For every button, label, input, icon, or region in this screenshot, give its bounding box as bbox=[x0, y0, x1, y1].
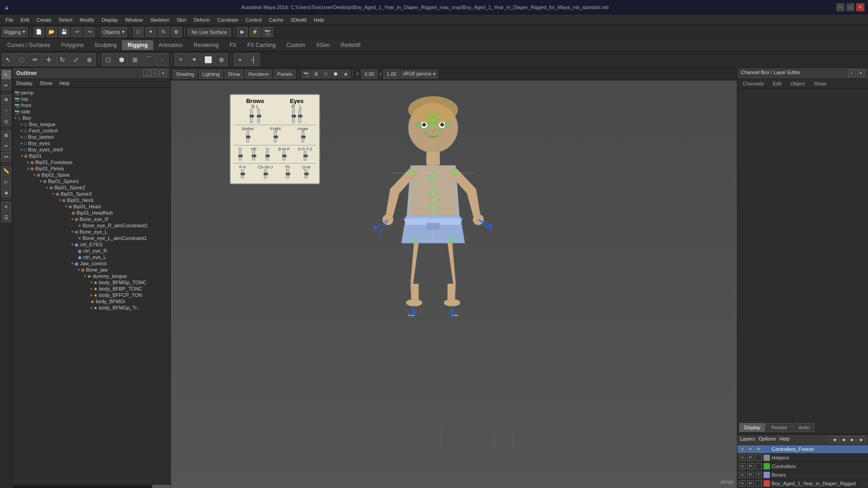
measure-icon[interactable]: 📏 bbox=[1, 166, 11, 176]
layer-v-check-2[interactable]: V bbox=[739, 455, 745, 461]
layer-tab-layers[interactable]: Layers bbox=[740, 436, 755, 443]
layer-tab-options[interactable]: Options bbox=[759, 436, 776, 443]
mode-dropdown[interactable]: Rigging ▾ bbox=[2, 27, 28, 37]
outliner-restore-btn[interactable]: □ bbox=[151, 70, 159, 77]
brows-sliders[interactable] bbox=[246, 109, 264, 123]
render-btn[interactable]: ▶ bbox=[237, 27, 248, 37]
menu-control[interactable]: Control bbox=[242, 16, 265, 23]
layer-nav-buttons[interactable]: ◀ ◀ ▶ ▶ bbox=[830, 436, 865, 443]
fright-slider[interactable] bbox=[274, 131, 277, 142]
vp-solid-btn[interactable]: ⬢ bbox=[331, 70, 340, 78]
menu-window[interactable]: Window bbox=[122, 16, 146, 23]
layer-row-controllers-freeze[interactable]: V P R Controllers_Freeze bbox=[737, 445, 868, 454]
vp-grid-btn[interactable]: ⊞ bbox=[311, 70, 321, 78]
tab-anim[interactable]: Anim bbox=[793, 423, 815, 432]
tab-render[interactable]: Render bbox=[766, 423, 793, 432]
channel-box-float-btn[interactable]: ⤢ bbox=[848, 70, 855, 77]
tab-fx-caching[interactable]: FX Caching bbox=[242, 40, 281, 50]
outliner-close-btn[interactable]: ✕ bbox=[160, 70, 167, 77]
tree-item-face-control[interactable]: ▸ ◇ Face_control bbox=[13, 127, 170, 134]
ik-icon[interactable]: ⚭ bbox=[188, 53, 201, 66]
connect-icon[interactable]: ⚯ bbox=[1, 152, 11, 162]
vp-panels-btn[interactable]: Panels bbox=[274, 70, 296, 79]
minimize-button[interactable]: ─ bbox=[836, 3, 844, 11]
save-file-btn[interactable]: 💾 bbox=[59, 27, 70, 37]
brows-l-slider[interactable] bbox=[257, 109, 260, 123]
exposure-input[interactable] bbox=[361, 70, 377, 79]
close-button[interactable]: ✕ bbox=[856, 3, 864, 11]
layer-r-check-4[interactable]: T bbox=[755, 472, 762, 478]
menu-file[interactable]: File bbox=[2, 16, 17, 23]
tree-item-bone-eye-l[interactable]: ▾ ⊕ Bone_eye_L bbox=[13, 229, 170, 235]
layer-r-check-3[interactable] bbox=[755, 463, 762, 469]
vp-renderer-btn[interactable]: Renderer bbox=[245, 70, 272, 79]
layer-p-check-5[interactable]: P bbox=[747, 480, 754, 487]
tree-item-ctrl-eyes[interactable]: ▾ ◉ ctrl_EYES bbox=[13, 241, 170, 248]
gamma-input[interactable] bbox=[383, 70, 400, 79]
vp-lighting-btn[interactable]: Lighting bbox=[199, 70, 223, 79]
attribute-editor-icon[interactable]: ☰ bbox=[1, 212, 11, 222]
layer-prev2-btn[interactable]: ◀ bbox=[839, 436, 847, 443]
render-icon[interactable]: ▷ bbox=[1, 177, 11, 187]
outliner-minimize-btn[interactable]: _ bbox=[143, 70, 151, 77]
layer-p-check-4[interactable]: P bbox=[747, 472, 754, 478]
viewport-canvas[interactable]: Brows R L Eyes R bbox=[171, 80, 737, 488]
paint-select-icon[interactable]: ✏ bbox=[29, 53, 42, 66]
quad-draw-icon[interactable]: ⊞ bbox=[1, 130, 11, 140]
layer-v-check-1[interactable]: V bbox=[739, 446, 745, 452]
tree-item-boy[interactable]: ▾ ◇ Boy bbox=[13, 115, 170, 121]
tree-item-dummy-tongue[interactable]: ▾ ★ dummy_tongue bbox=[13, 273, 170, 279]
phoneme-o-slider[interactable] bbox=[239, 151, 241, 160]
tree-item-bip01-spine2[interactable]: ▾ ⊕ Bip01_Spine2 bbox=[13, 184, 170, 191]
universal-icon[interactable]: ⊕ bbox=[83, 53, 96, 66]
redo-btn[interactable]: ↪ bbox=[84, 27, 95, 37]
layer-p-check-1[interactable]: P bbox=[747, 446, 754, 452]
layer-r-check-2[interactable] bbox=[755, 455, 762, 461]
tab-edit[interactable]: Edit bbox=[769, 80, 785, 87]
tab-show[interactable]: Show bbox=[810, 80, 830, 87]
layer-r-check-1[interactable]: R bbox=[755, 446, 762, 452]
tree-item-body-bfmgp-tonc[interactable]: ▾ ★ body_BFMGp_TONC bbox=[13, 279, 170, 286]
layer-tab-help[interactable]: Help bbox=[779, 436, 790, 443]
vp-show-btn[interactable]: Show bbox=[225, 70, 244, 79]
hypershade-icon[interactable]: ◈ bbox=[1, 188, 11, 197]
tree-item-boy-lashes[interactable]: ▸ □ Boy_lashes bbox=[13, 134, 170, 140]
phoneme-fv-slider[interactable] bbox=[241, 169, 244, 178]
tree-item-bone-eye-r[interactable]: ▾ ⊕ Bone_eye_R bbox=[13, 216, 170, 222]
tree-item-bip01-spine[interactable]: ▾ ⊕ Bip01_Spine bbox=[13, 172, 170, 178]
ipr-btn[interactable]: ⚡ bbox=[250, 27, 260, 37]
tab-fx[interactable]: FX bbox=[224, 40, 242, 50]
channel-box-close-btn[interactable]: ✕ bbox=[857, 70, 864, 77]
tab-polygons[interactable]: Polygons bbox=[56, 40, 89, 50]
gamma-mode-dropdown[interactable]: sRGB gamma ▾ bbox=[401, 70, 438, 78]
window-controls[interactable]: ─ □ ✕ bbox=[836, 3, 864, 11]
layer-v-check-5[interactable]: V bbox=[739, 480, 745, 487]
tab-rendering[interactable]: Rendering bbox=[188, 40, 224, 50]
outliner-menu-help[interactable]: Help bbox=[58, 80, 72, 86]
outliner-scroll-bar[interactable] bbox=[13, 484, 170, 488]
tree-item-bone-jaw[interactable]: ▾ ⊕ Bone_jaw bbox=[13, 267, 170, 273]
tab-custom[interactable]: Custom bbox=[281, 40, 311, 50]
phoneme-u-slider[interactable] bbox=[266, 151, 269, 160]
select-tool-btn[interactable]: ⬡ bbox=[133, 27, 144, 37]
menu-skeleton[interactable]: Skeleton bbox=[146, 16, 173, 23]
menu-cache[interactable]: Cache bbox=[265, 16, 287, 23]
plus-icon[interactable]: + bbox=[234, 53, 246, 66]
phoneme-dstz-slider[interactable] bbox=[304, 151, 307, 160]
multi-cut-icon[interactable]: ✂ bbox=[1, 141, 11, 151]
tree-item-bip01-neck[interactable]: ▾ ⊕ Bip01_Neck bbox=[13, 197, 170, 203]
layer-v-check-4[interactable]: V bbox=[739, 472, 745, 478]
menu-help[interactable]: Help bbox=[310, 16, 328, 23]
menu-deform[interactable]: Deform bbox=[190, 16, 213, 23]
tree-item-side[interactable]: 📷 side bbox=[13, 108, 170, 115]
vp-texture-btn[interactable]: ◈ bbox=[341, 70, 350, 78]
tree-item-ctrl-eye-r[interactable]: ◉ ctrl_eye_R bbox=[13, 248, 170, 254]
tab-redshift[interactable]: Redshift bbox=[335, 40, 366, 50]
phoneme-chshj-slider[interactable] bbox=[264, 169, 267, 178]
scale-icon[interactable]: ⤢ bbox=[70, 53, 82, 66]
paint-weights-icon[interactable]: ⊗ bbox=[215, 53, 228, 66]
vp-shading-btn[interactable]: Shading bbox=[173, 70, 197, 79]
tab-rigging[interactable]: Rigging bbox=[122, 40, 153, 50]
move-icon[interactable]: ✛ bbox=[42, 53, 55, 66]
phoneme-bmp-slider[interactable] bbox=[283, 151, 285, 160]
